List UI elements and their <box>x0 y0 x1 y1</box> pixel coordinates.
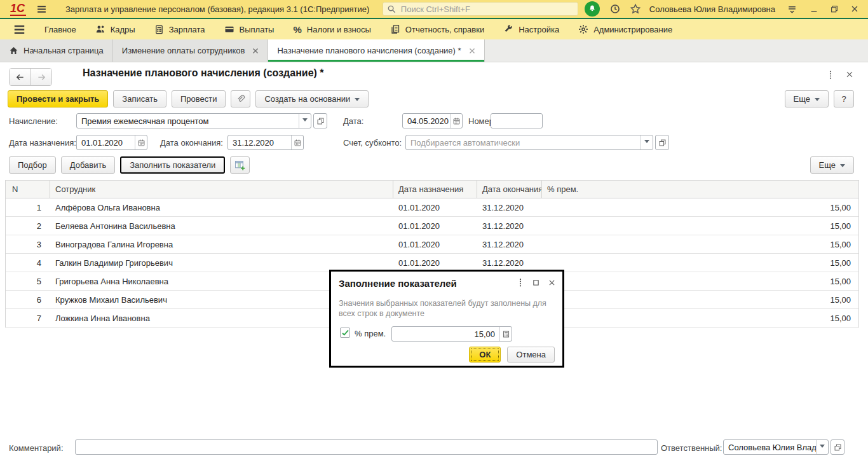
percent-icon: % <box>293 24 301 35</box>
pick-button[interactable]: Подбор <box>9 156 56 174</box>
current-user[interactable]: Соловьева Юлия Владимировна <box>649 4 775 14</box>
account-combo[interactable]: Подбирается автоматически <box>405 135 653 150</box>
reports-icon <box>390 24 400 34</box>
responsible-open-icon[interactable] <box>831 439 844 455</box>
responsible-label: Ответственный: <box>661 443 722 453</box>
dialog-close-icon[interactable] <box>548 279 556 287</box>
search-input[interactable] <box>400 4 574 15</box>
accrual-label: Начисление: <box>9 116 58 126</box>
cancel-button[interactable]: Отмена <box>507 347 555 363</box>
dialog-kebab-icon[interactable] <box>517 278 524 287</box>
col-header-pct: % прем. <box>542 181 858 198</box>
collapse-panel-icon[interactable] <box>784 1 799 17</box>
close-tab-icon[interactable] <box>469 48 475 54</box>
table-toolbar: Подбор Добавить Заполнить показатели <box>9 156 250 174</box>
favorites-star-icon[interactable] <box>628 1 643 17</box>
menu-item-zarplata[interactable]: Зарплата <box>145 19 215 39</box>
menu-item-administrirovanie[interactable]: Администрирование <box>569 19 682 39</box>
table-row[interactable]: 2 Беляева Антонина Васильевна 01.01.2020… <box>6 217 858 235</box>
calendar-icon[interactable] <box>291 135 303 149</box>
pct-value-input[interactable]: 15,00 <box>391 326 512 342</box>
dialog-maximize-icon[interactable] <box>532 279 540 287</box>
menu-item-kadry[interactable]: Кадры <box>86 19 145 39</box>
search-icon <box>387 4 397 14</box>
chevron-down-icon[interactable] <box>816 440 828 454</box>
chevron-down-icon[interactable] <box>641 135 653 149</box>
comment-input[interactable] <box>75 439 658 455</box>
post-and-close-button[interactable]: Провести и закрыть <box>8 90 108 107</box>
chevron-down-icon <box>815 98 820 104</box>
menu-item-glavnoe[interactable]: Главное <box>35 19 86 39</box>
tab-home[interactable]: Начальная страница <box>0 39 113 62</box>
forward-button[interactable] <box>31 69 51 85</box>
table-row[interactable]: 3 Виноградова Галина Игоревна 01.01.2020… <box>6 235 858 254</box>
gear-icon <box>578 24 588 34</box>
back-button[interactable] <box>10 69 31 85</box>
date-label: Дата: <box>343 116 363 126</box>
paperclip-icon <box>236 94 245 104</box>
col-header-n: N <box>6 181 50 198</box>
application-window: 1С Зарплата и управление персоналом (баз… <box>0 0 868 463</box>
comment-label: Комментарий: <box>9 443 64 453</box>
notifications-bell-icon[interactable] <box>585 1 600 17</box>
start-date-input[interactable]: 01.01.2020 <box>76 135 147 150</box>
pct-checkbox[interactable] <box>340 328 350 338</box>
form-more-kebab-icon[interactable] <box>826 70 835 80</box>
tab-naznachenie-nachisleniya[interactable]: Назначение планового начисления (создани… <box>268 39 484 62</box>
table-header-row: N Сотрудник Дата назначения Дата окончан… <box>6 181 858 198</box>
calendar-icon[interactable] <box>450 114 462 128</box>
navigation-history <box>9 68 52 86</box>
post-button[interactable]: Провести <box>172 90 226 107</box>
close-window-button[interactable] <box>848 2 862 16</box>
add-column-values-button[interactable] <box>230 156 250 174</box>
help-button[interactable]: ? <box>834 90 854 107</box>
app-title: Зарплата и управление персоналом (базова… <box>65 4 369 14</box>
command-bar: Провести и закрыть Записать Провести Соз… <box>8 90 369 107</box>
fill-indicators-button[interactable]: Заполнить показатели <box>120 156 225 174</box>
pct-field-label: % прем. <box>355 329 386 338</box>
create-based-on-button[interactable]: Создать на основании <box>255 90 369 107</box>
global-search[interactable] <box>383 2 578 16</box>
account-open-icon[interactable] <box>655 135 669 150</box>
chevron-down-icon <box>840 164 845 170</box>
card-icon <box>224 24 234 34</box>
accrual-combo[interactable]: Премия ежемесячная процентом <box>76 113 311 128</box>
table-row[interactable]: 1 Алфёрова Ольга Ивановна 01.01.2020 31.… <box>6 198 858 217</box>
chevron-down-icon <box>355 98 360 104</box>
table-more-button[interactable]: Еще <box>810 156 854 174</box>
main-menu-button[interactable] <box>4 19 35 39</box>
tab-izmenenie-oplaty[interactable]: Изменение оплаты сотрудников <box>113 39 269 62</box>
add-row-button[interactable]: Добавить <box>61 156 115 174</box>
menu-item-otchetnost[interactable]: Отчетность, справки <box>381 19 494 39</box>
burger-icon <box>13 24 25 36</box>
table-plus-icon <box>234 160 245 170</box>
form-more-button[interactable]: Еще <box>785 90 829 107</box>
calendar-icon[interactable] <box>135 135 147 149</box>
calculator-small-icon[interactable] <box>499 327 512 341</box>
1c-logo: 1С <box>10 3 26 16</box>
ok-button[interactable]: ОК <box>469 347 501 363</box>
restore-window-button[interactable] <box>827 2 841 16</box>
col-header-employee: Сотрудник <box>50 181 393 198</box>
date-input[interactable]: 04.05.2020 <box>402 113 463 128</box>
end-date-input[interactable]: 31.12.2020 <box>227 135 304 150</box>
account-label: Счет, субконто: <box>343 138 402 148</box>
attachments-button[interactable] <box>231 90 250 107</box>
close-form-icon[interactable] <box>845 70 854 79</box>
fill-indicators-dialog: Заполнение показателей Значения выбранны… <box>329 270 564 368</box>
menu-item-vyplaty[interactable]: Выплаты <box>215 19 284 39</box>
history-icon[interactable] <box>607 1 623 17</box>
number-input[interactable] <box>491 113 543 128</box>
checkmark-icon <box>341 329 349 337</box>
calculator-icon <box>154 25 164 34</box>
menu-item-nastroika[interactable]: Настройка <box>494 19 569 39</box>
dialog-title: Заполнение показателей <box>339 278 457 289</box>
responsible-combo[interactable]: Соловьева Юлия Владим <box>723 439 829 455</box>
chevron-down-icon[interactable] <box>299 114 311 128</box>
minimize-button[interactable] <box>807 2 821 16</box>
system-menu-icon[interactable] <box>34 1 49 17</box>
save-button[interactable]: Записать <box>113 90 166 107</box>
menu-item-nalogi[interactable]: % Налоги и взносы <box>283 19 380 39</box>
close-tab-icon[interactable] <box>252 48 259 54</box>
accrual-open-icon[interactable] <box>313 113 327 128</box>
